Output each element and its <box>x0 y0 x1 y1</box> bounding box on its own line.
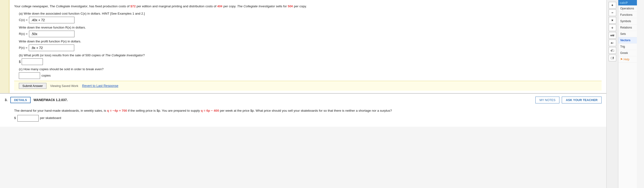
ask-teacher-button[interactable]: ASK YOUR TEACHER <box>562 96 602 104</box>
q3-answer-row: $ per skateboard <box>14 115 597 122</box>
calcpad-p: P <box>626 1 628 4</box>
fixed-cost: $72 <box>130 4 136 8</box>
part-c-label: (c) How many copies should be sold in or… <box>19 68 602 71</box>
profit-input[interactable] <box>22 58 43 65</box>
calc-superscript-button[interactable]: n□ <box>609 40 616 46</box>
dollar-sign-b: $ <box>19 60 21 64</box>
copies-row: copies <box>19 72 602 79</box>
paper-name-2: The Collegiate Investigator <box>237 4 275 8</box>
part-b-label: (b) What profit (or loss) results from t… <box>19 54 602 57</box>
calcpad-title: calcP <box>618 0 637 6</box>
q3-demand: q = −4p + 700 <box>107 109 127 112</box>
yellow-bar <box>0 0 10 93</box>
question-section: Your college newspaper, The Collegiate I… <box>0 0 606 93</box>
revenue-label: Write down the revenue function R(x) in … <box>19 26 602 29</box>
revert-link[interactable]: Revert to Last Response <box>82 84 118 88</box>
marginal-cost: 40¢ <box>217 4 223 8</box>
tab-symbols[interactable]: Symbols <box>618 18 637 24</box>
calc-buttons-panel: + − × ÷ n/d n□ √□ □! <box>606 0 618 127</box>
part-b-row: $ <box>19 58 602 65</box>
question3-section: 3. DETAILS WANEFMAC6 1.2.037. MY NOTES A… <box>0 93 606 127</box>
tab-sets[interactable]: Sets <box>618 31 637 37</box>
question3-body: The demand for your hand-made skateboard… <box>5 106 602 124</box>
cx-label: C(x) = <box>19 18 28 22</box>
calc-times-button[interactable]: × <box>609 17 616 24</box>
cx-input[interactable] <box>29 17 74 23</box>
tab-trig[interactable]: Trig <box>618 44 637 50</box>
cx-row: C(x) = <box>19 17 602 23</box>
sell-price: 50¢ <box>288 4 293 8</box>
tab-operations[interactable]: Operations <box>618 6 637 12</box>
q3-price-input[interactable] <box>18 115 39 122</box>
calc-factorial-button[interactable]: □! <box>609 55 616 61</box>
px-row: P(x) = <box>19 44 602 51</box>
question-number: 3. <box>5 98 8 102</box>
tab-greek[interactable]: Greek <box>618 50 637 56</box>
details-button[interactable]: DETAILS <box>10 97 31 103</box>
question3-header: 3. DETAILS WANEFMAC6 1.2.037. MY NOTES A… <box>5 96 602 104</box>
tab-functions[interactable]: Functions <box>618 12 637 18</box>
q3-supply: q = 6p − 400 <box>201 109 219 112</box>
q3-dollar: $ <box>14 116 16 121</box>
calc-tabs-panel: calcP Operations Functions Symbols Relat… <box>618 0 637 127</box>
submit-button[interactable]: Submit Answer <box>19 83 46 89</box>
tab-help[interactable]: ⚑ Help <box>618 56 637 63</box>
question-code: WANEFMAC6 1.2.037. <box>34 98 68 102</box>
q3-per-label: per skateboard <box>40 116 61 121</box>
question3-left: 3. DETAILS WANEFMAC6 1.2.037. <box>5 97 68 103</box>
rx-row: R(x) = <box>19 31 602 37</box>
paper-name-1: The Collegiate Investigator <box>50 4 88 8</box>
tab-vectors[interactable]: Vectors <box>618 37 637 44</box>
side-panel: + − × ÷ n/d n□ √□ □! calcP Operations Fu… <box>606 0 644 127</box>
calcpad-title-text: calc <box>620 1 626 4</box>
question-text: Your college newspaper, The Collegiate I… <box>14 4 602 9</box>
px-label: P(x) = <box>19 46 27 50</box>
question3-right: MY NOTES ASK YOUR TEACHER <box>535 96 602 104</box>
profit-label: Write down the profit function P(x) in d… <box>19 40 602 43</box>
px-input[interactable] <box>29 44 74 51</box>
viewing-text: Viewing Saved Work <box>50 84 78 88</box>
part-a-label: (a) Write down the associated cost funct… <box>19 12 602 15</box>
submit-bar: Submit Answer Viewing Saved Work Revert … <box>14 81 602 91</box>
rx-label: R(x) = <box>19 32 28 36</box>
copies-label: copies <box>42 74 51 77</box>
calc-plus-button[interactable]: + <box>609 2 616 8</box>
my-notes-button[interactable]: MY NOTES <box>535 96 560 104</box>
q3-text: The demand for your hand-made skateboard… <box>14 108 597 114</box>
copies-input[interactable] <box>19 72 40 79</box>
calc-sqrt-button[interactable]: √□ <box>609 47 616 54</box>
tab-relations[interactable]: Relations <box>618 24 637 31</box>
calc-minus-button[interactable]: − <box>609 10 616 16</box>
paper-name-3: The Collegiate Investigator <box>105 54 143 57</box>
calc-fraction-button[interactable]: n/d <box>609 32 616 39</box>
calc-divide-button[interactable]: ÷ <box>609 24 616 31</box>
rx-input[interactable] <box>29 31 74 37</box>
